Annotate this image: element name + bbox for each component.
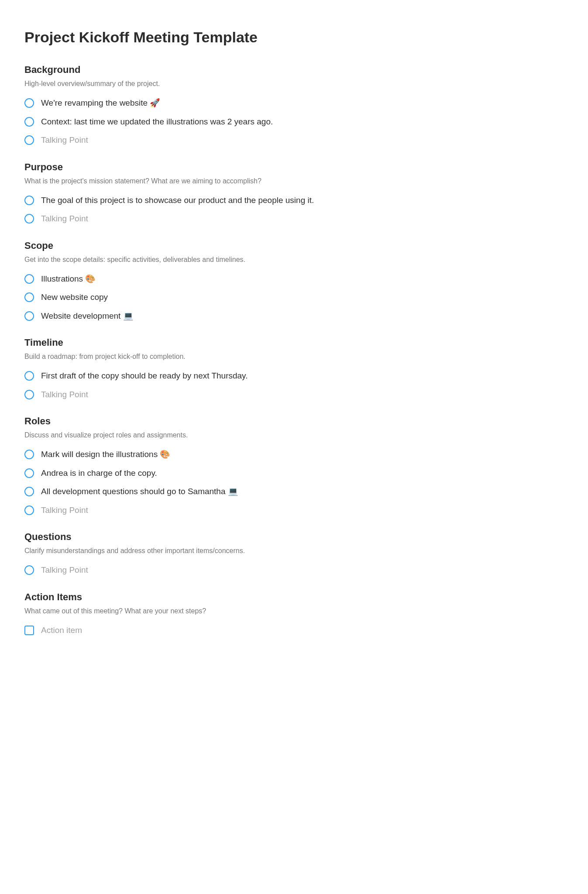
- list-item[interactable]: The goal of this project is to showcase …: [24, 194, 564, 207]
- section-title: Timeline: [24, 335, 564, 350]
- radio-icon[interactable]: [24, 214, 34, 224]
- item-text[interactable]: First draft of the copy should be ready …: [41, 370, 248, 382]
- item-text[interactable]: New website copy: [41, 291, 108, 304]
- section-description: Build a roadmap: from project kick-off t…: [24, 351, 564, 362]
- section-description: What is the project's mission statement?…: [24, 176, 564, 186]
- item-text[interactable]: All development questions should go to S…: [41, 485, 238, 498]
- page-title: Project Kickoff Meeting Template: [24, 26, 564, 48]
- radio-icon[interactable]: [24, 487, 34, 496]
- item-placeholder-text[interactable]: Talking Point: [41, 389, 88, 401]
- item-placeholder-text[interactable]: Talking Point: [41, 564, 88, 577]
- radio-icon[interactable]: [24, 196, 34, 205]
- checkbox-icon[interactable]: [24, 626, 34, 635]
- radio-icon[interactable]: [24, 98, 34, 108]
- section-title: Roles: [24, 414, 564, 428]
- section-description: Clarify misunderstandings and address ot…: [24, 546, 564, 556]
- radio-icon[interactable]: [24, 468, 34, 478]
- list-item[interactable]: Talking Point: [24, 564, 564, 577]
- list-item[interactable]: First draft of the copy should be ready …: [24, 370, 564, 382]
- list-item[interactable]: Action item: [24, 624, 564, 637]
- list-item[interactable]: Context: last time we updated the illust…: [24, 116, 564, 128]
- list-item[interactable]: Talking Point: [24, 389, 564, 401]
- radio-icon[interactable]: [24, 371, 34, 381]
- section-description: Discuss and visualize project roles and …: [24, 430, 564, 440]
- item-placeholder-text[interactable]: Talking Point: [41, 213, 88, 225]
- list-item[interactable]: All development questions should go to S…: [24, 485, 564, 498]
- list-item[interactable]: Talking Point: [24, 134, 564, 147]
- item-placeholder-text[interactable]: Talking Point: [41, 504, 88, 517]
- section-title: Action Items: [24, 590, 564, 604]
- radio-icon[interactable]: [24, 117, 34, 127]
- list-item[interactable]: Talking Point: [24, 213, 564, 225]
- item-text[interactable]: The goal of this project is to showcase …: [41, 194, 314, 207]
- item-text[interactable]: Website development 💻: [41, 310, 134, 323]
- item-placeholder-text[interactable]: Action item: [41, 624, 82, 637]
- radio-icon[interactable]: [24, 390, 34, 399]
- item-text[interactable]: We're revamping the website 🚀: [41, 97, 160, 110]
- section: PurposeWhat is the project's mission sta…: [24, 160, 564, 225]
- section-title: Scope: [24, 238, 564, 253]
- item-text[interactable]: Illustrations 🎨: [41, 273, 96, 285]
- section-description: High-level overview/summary of the proje…: [24, 79, 564, 89]
- radio-icon[interactable]: [24, 135, 34, 145]
- list-item[interactable]: New website copy: [24, 291, 564, 304]
- section: TimelineBuild a roadmap: from project ki…: [24, 335, 564, 401]
- radio-icon[interactable]: [24, 505, 34, 515]
- radio-icon[interactable]: [24, 274, 34, 284]
- section: ScopeGet into the scope details: specifi…: [24, 238, 564, 323]
- item-placeholder-text[interactable]: Talking Point: [41, 134, 88, 147]
- list-item[interactable]: Andrea is in charge of the copy.: [24, 467, 564, 480]
- list-item[interactable]: We're revamping the website 🚀: [24, 97, 564, 110]
- radio-icon[interactable]: [24, 565, 34, 575]
- list-item[interactable]: Mark will design the illustrations 🎨: [24, 448, 564, 461]
- section-title: Questions: [24, 530, 564, 544]
- section: QuestionsClarify misunderstandings and a…: [24, 530, 564, 577]
- list-item[interactable]: Illustrations 🎨: [24, 273, 564, 285]
- section-title: Background: [24, 62, 564, 77]
- item-text[interactable]: Context: last time we updated the illust…: [41, 116, 273, 128]
- section: RolesDiscuss and visualize project roles…: [24, 414, 564, 516]
- radio-icon[interactable]: [24, 292, 34, 302]
- radio-icon[interactable]: [24, 450, 34, 459]
- section-description: What came out of this meeting? What are …: [24, 606, 564, 616]
- section: Action ItemsWhat came out of this meetin…: [24, 590, 564, 637]
- section-description: Get into the scope details: specific act…: [24, 254, 564, 265]
- list-item[interactable]: Talking Point: [24, 504, 564, 517]
- radio-icon[interactable]: [24, 311, 34, 321]
- list-item[interactable]: Website development 💻: [24, 310, 564, 323]
- item-text[interactable]: Andrea is in charge of the copy.: [41, 467, 157, 480]
- section-title: Purpose: [24, 160, 564, 174]
- section: BackgroundHigh-level overview/summary of…: [24, 62, 564, 147]
- item-text[interactable]: Mark will design the illustrations 🎨: [41, 448, 170, 461]
